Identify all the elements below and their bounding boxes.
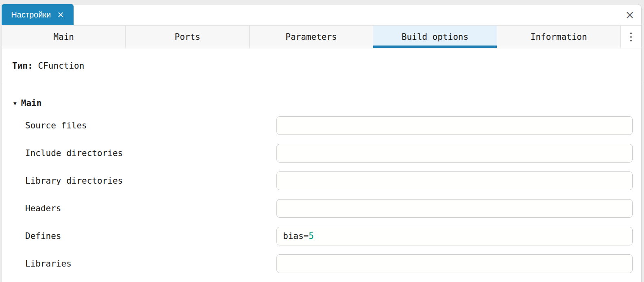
tab-label: Ports — [175, 32, 200, 42]
settings-panel: Настройки × × Main Ports Parameters Buil… — [2, 4, 642, 282]
tab-ports[interactable]: Ports — [126, 26, 249, 48]
section-title: Main — [21, 98, 42, 108]
tab-bar-tabs: Main Ports Parameters Build options Info… — [2, 26, 621, 48]
fields: Source files Include directories Library… — [2, 112, 641, 278]
field-row: Libraries — [2, 250, 641, 278]
panel-close-icon[interactable]: × — [625, 9, 635, 21]
tab-overflow-menu-button[interactable] — [621, 26, 641, 48]
libraries-input[interactable] — [276, 254, 633, 273]
tab-label: Parameters — [285, 32, 337, 42]
tab-label: Information — [531, 32, 587, 42]
doc-tab-settings[interactable]: Настройки × — [2, 4, 74, 25]
field-row: Headers — [2, 195, 641, 222]
title-bar: Настройки × × — [2, 4, 641, 26]
field-row: Include directories — [2, 139, 641, 167]
headers-label: Headers — [25, 204, 61, 213]
type-row: Тип: CFunction — [2, 48, 641, 83]
headers-input[interactable] — [276, 199, 633, 218]
tab-parameters[interactable]: Parameters — [250, 26, 373, 48]
source-files-label: Source files — [25, 121, 87, 130]
include-directories-input[interactable] — [276, 144, 633, 163]
tab-build-options[interactable]: Build options — [373, 26, 497, 48]
tab-main[interactable]: Main — [2, 26, 126, 48]
defines-input[interactable]: bias=5 — [276, 227, 633, 245]
field-row: Defines bias=5 — [2, 222, 641, 250]
kebab-vertical-icon — [630, 33, 632, 41]
doc-tab-label: Настройки — [11, 10, 51, 20]
doc-tab-close-icon[interactable]: × — [57, 11, 64, 19]
defines-label: Defines — [25, 231, 61, 241]
libraries-label: Libraries — [25, 259, 72, 269]
field-row: Source files — [2, 112, 641, 139]
library-directories-input[interactable] — [276, 171, 633, 190]
field-row: Library directories — [2, 167, 641, 195]
source-files-input[interactable] — [276, 116, 633, 135]
include-directories-label: Include directories — [25, 148, 123, 158]
tab-information[interactable]: Information — [497, 26, 621, 48]
library-directories-label: Library directories — [25, 176, 123, 186]
active-tab-underline — [373, 46, 496, 48]
tab-label: Build options — [402, 32, 468, 42]
tab-bar: Main Ports Parameters Build options Info… — [2, 26, 641, 48]
section-header-main[interactable]: ▼ Main — [13, 98, 641, 108]
type-label: Тип: — [12, 61, 33, 71]
tab-label: Main — [53, 32, 74, 42]
type-value: CFunction — [38, 61, 85, 71]
collapse-triangle-icon[interactable]: ▼ — [13, 100, 17, 106]
